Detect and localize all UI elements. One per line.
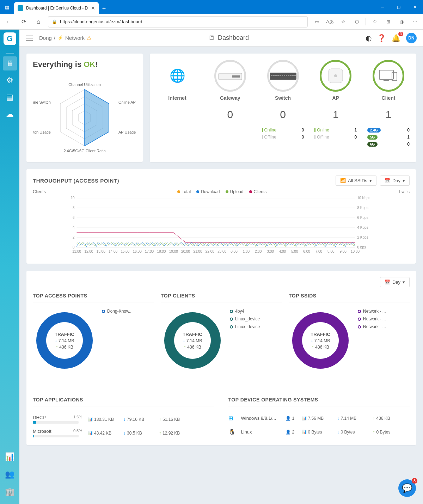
svg-text:Online Switch: Online Switch [33,100,51,104]
network-icon: ⚡ [57,35,63,41]
home-button[interactable]: ⌂ [33,17,44,27]
avatar[interactable]: DN [406,33,417,43]
top-col-title: TOP SSIDS [289,293,410,302]
favorites-icon[interactable]: ✩ [370,17,379,26]
theme-toggle-icon[interactable]: ◐ [366,34,372,42]
sidebar-cloud-icon[interactable]: ☁ [3,107,17,121]
collections-icon[interactable]: ⊞ [384,17,393,26]
star-icon[interactable]: ☆ [339,17,348,26]
svg-text:4:00: 4:00 [279,250,286,253]
topo-label: Gateway [220,95,240,101]
donut-chart: TRAFFIC↓7.14 MB↑436 KB [33,309,96,372]
read-aloud-icon[interactable]: Aあ [325,17,335,26]
lock-icon: 🔒 [52,19,57,24]
svg-point-27 [334,74,337,77]
top-list-item[interactable]: Linux_device [230,316,260,321]
svg-rect-14 [271,75,272,76]
breadcrumb-network: Network [65,35,85,41]
sidebar-monitor-icon[interactable]: 🖥 [3,56,17,70]
help-icon[interactable]: ❓ [377,34,386,42]
top-list-item[interactable]: Network - ... [358,316,386,321]
hamburger-menu[interactable] [26,36,33,41]
top-list-item[interactable]: 4by4 [230,309,260,314]
sidebar-gear-icon[interactable]: ⚙ [3,73,17,87]
window-maximize-button[interactable]: ▢ [391,0,407,14]
top-applications-title: TOP APPLICATIONS [33,397,214,406]
breadcrumb[interactable]: Dong / ⚡ Network ⚠ [39,35,91,41]
topo-label: AP [332,95,339,101]
browser-profile-icon[interactable]: ◑ [397,17,406,26]
svg-text:12:00: 12:00 [84,250,93,253]
svg-rect-18 [280,75,281,76]
sidebar-building-icon[interactable]: 🏢 [3,485,17,499]
top-list-item[interactable]: Linux_device [230,324,260,329]
app-logo[interactable]: G [4,32,16,45]
range-dropdown[interactable]: 📅Day▾ [380,176,410,186]
chat-badge: 3 [412,478,417,484]
chart-left-label: Clients [33,189,46,194]
svg-text:8 Kbps: 8 Kbps [357,206,368,210]
tabs-icon[interactable]: ▦ [0,0,14,14]
topo-circle [373,60,404,92]
browser-tab-active[interactable]: Dashboard | EnGenius Cloud - D ✕ [14,2,99,14]
os-icon: 🐧 [228,429,235,435]
new-tab-button[interactable]: + [99,4,109,14]
svg-text:13:00: 13:00 [97,250,105,253]
top-list-item[interactable]: Network - ... [358,324,386,329]
monitor-icon: 🖥 [208,34,214,42]
sidebar-users-icon[interactable]: 👥 [3,467,17,481]
svg-text:17:00: 17:00 [145,250,154,253]
ssid-dropdown[interactable]: 📶All SSIDs▾ [336,176,376,186]
svg-text:2 Kbps: 2 Kbps [357,235,368,239]
summary-title: Everything is OK! [33,60,136,69]
breadcrumb-user: Dong [39,35,52,41]
svg-text:2: 2 [73,235,75,239]
sidebar-doc-icon[interactable]: ▤ [3,90,17,104]
sidebar-chart-icon[interactable]: 📊 [3,450,17,464]
svg-text:20:00: 20:00 [181,250,190,253]
svg-text:10: 10 [70,196,75,200]
top-list-item[interactable]: Network - ... [358,309,386,314]
tab-close-icon[interactable]: ✕ [91,5,95,11]
stat-line: 2.4G0 [367,128,410,133]
key-icon[interactable]: 🗝 [312,17,321,26]
svg-rect-12 [232,75,240,78]
svg-rect-21 [286,75,287,76]
throughput-chart: 1086420 10 Kbps8 Kbps6 Kbps4 Kbps2 Kbps0… [33,196,410,256]
topo-item-internet[interactable]: 🌐Internet [156,60,198,101]
tops-range-dropdown[interactable]: 📅Day▾ [380,277,410,287]
svg-rect-23 [290,75,292,76]
svg-text:8:00: 8:00 [327,250,335,253]
refresh-button[interactable]: ⟳ [18,17,29,27]
stat-line: 6G0 [367,142,410,147]
topo-item-switch[interactable]: Switch0Online0Offline0 [262,60,304,140]
svg-text:15:00: 15:00 [121,250,129,253]
extension-icon[interactable]: ⬡ [352,17,361,26]
svg-text:4: 4 [73,226,75,229]
bell-icon[interactable]: 🔔3 [392,34,400,42]
topo-item-gateway[interactable]: Gateway0 [209,60,251,121]
app-header: Dong / ⚡ Network ⚠ 🖥 Dashboard ◐ ❓ 🔔3 DN [19,30,423,47]
top-list: 4by4Linux_deviceLinux_device [230,309,260,372]
window-close-button[interactable]: ✕ [407,0,423,14]
app-row: DHCP1.5%📊130.31 KB↓79.16 KB↑51.16 KB [33,411,214,425]
back-button[interactable]: ← [4,17,14,27]
chart-right-label: Traffic [398,189,410,194]
svg-rect-22 [288,75,289,76]
topo-item-ap[interactable]: AP1Online1Offline0 [314,60,357,140]
chat-button[interactable]: 💬3 [398,479,416,497]
more-icon[interactable]: ⋯ [410,17,419,26]
svg-text:10:00: 10:00 [351,250,360,253]
top-list-item[interactable]: Dong-Know... [102,309,133,314]
topo-item-client[interactable]: Client12.4G05G16G0 [367,60,410,147]
stat-line: Online0 [262,128,304,133]
address-input[interactable]: 🔒 https://cloud.engenius.ai/ezm/dashboar… [48,16,308,27]
topo-count: 0 [280,109,286,121]
svg-text:7:00: 7:00 [315,250,323,253]
svg-text:2:00: 2:00 [255,250,262,253]
topo-label: Client [382,95,396,101]
window-minimize-button[interactable]: ─ [374,0,391,14]
page-title: Dashboard [218,34,249,42]
svg-text:8: 8 [73,206,75,210]
svg-rect-25 [294,75,296,76]
